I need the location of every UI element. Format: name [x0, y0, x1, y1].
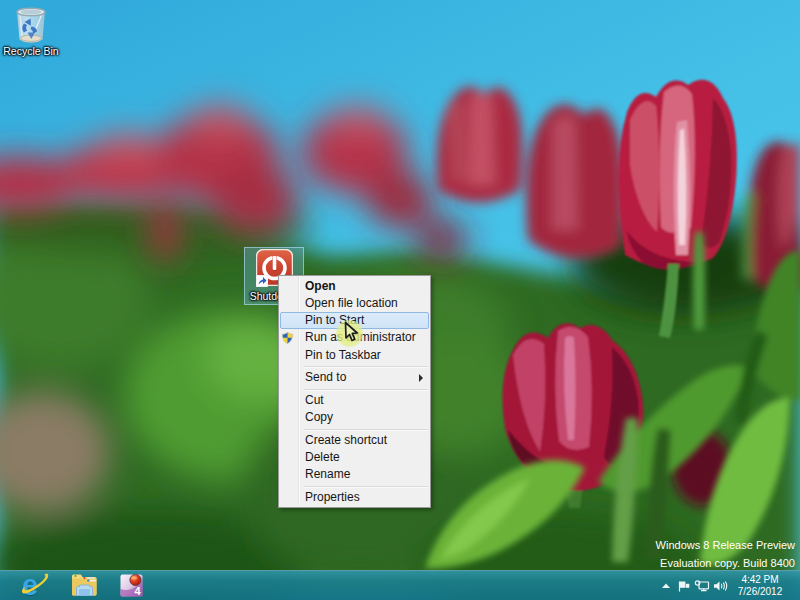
svg-text:4: 4 — [134, 585, 141, 597]
